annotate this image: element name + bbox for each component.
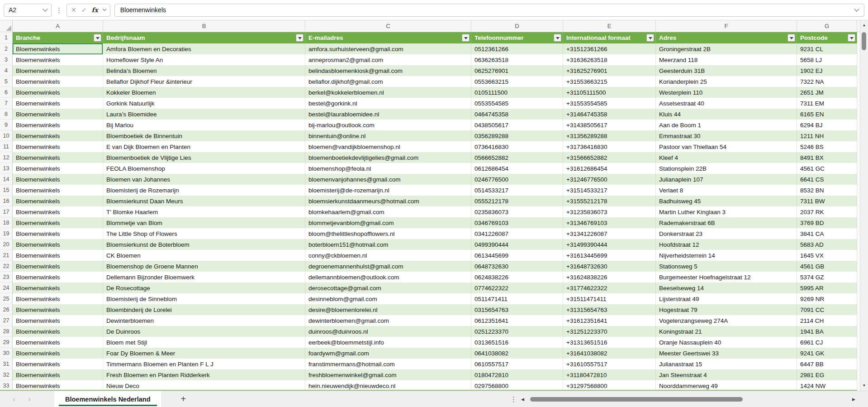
cell[interactable]: 0774622322 (471, 283, 563, 293)
row-number[interactable]: 7 (0, 98, 13, 109)
filter-button-telefoonnummer[interactable] (554, 34, 561, 42)
cell[interactable]: Emmastraat 30 (656, 130, 797, 141)
cell[interactable]: +31341226087 (563, 228, 656, 239)
cell[interactable]: Stationsplein 22B (656, 163, 797, 174)
cell[interactable]: Geesterduin 31B (656, 65, 797, 76)
cell[interactable]: +31105111500 (563, 87, 656, 98)
cell[interactable]: +31641038082 (563, 348, 656, 359)
horizontal-scrollbar-thumb[interactable] (530, 397, 743, 402)
cell[interactable]: Bij Marlou (103, 120, 305, 130)
cell[interactable]: +31566652882 (563, 152, 656, 163)
cell[interactable]: belindasbloemenkiosk@gmail.com (305, 65, 471, 76)
cell[interactable]: 1902 EJ (797, 65, 857, 76)
confirm-icon[interactable]: ✓ (81, 6, 87, 14)
cell[interactable]: +31514533217 (563, 185, 656, 196)
cell[interactable]: Bloemenwinkels (13, 196, 103, 206)
cell[interactable]: bloemisterij@de-rozemarijn.nl (305, 185, 471, 196)
cell[interactable]: 9241 GK (797, 348, 857, 359)
filter-button-bedrijfsnaam[interactable] (296, 34, 304, 42)
formula-input[interactable]: Bloemenwinkels (114, 4, 864, 17)
cell[interactable]: +31511471411 (563, 293, 656, 304)
cell[interactable]: Bellaflor Dijkhof Fleur &interieur (103, 76, 305, 87)
cell[interactable]: Bloemenwinkels (13, 283, 103, 293)
cell[interactable]: 0610557517 (471, 359, 563, 369)
cell[interactable]: Bloemisterij de Sinneblom (103, 293, 305, 304)
filter-button-e-mailadres[interactable] (462, 34, 470, 42)
cell[interactable]: derosecottage@gmail.com (305, 283, 471, 293)
cell[interactable]: amfora.surhuisterveen@gmail.com (305, 43, 471, 54)
cell[interactable]: Laura’s Bloemidee (103, 109, 305, 120)
row-number[interactable]: 12 (0, 152, 13, 163)
cell[interactable]: Jan Steenstraat 4 (656, 369, 797, 380)
cell[interactable]: Pastoor van Thiellaan 54 (656, 141, 797, 152)
cell[interactable]: Lijsterstraat 49 (656, 293, 797, 304)
scroll-right-icon[interactable]: ▶ (852, 397, 855, 402)
cell[interactable]: Homeflower Style An (103, 54, 305, 65)
cell[interactable]: 0235836073 (471, 206, 563, 217)
cell[interactable]: Bloemsierkunst Daan Meurs (103, 196, 305, 206)
cell[interactable]: 5658 LJ (797, 54, 857, 65)
cell[interactable]: boterbloem151@hotmail.com (305, 239, 471, 250)
cell[interactable]: 0341226087 (471, 228, 563, 239)
cell[interactable]: 5374 GZ (797, 272, 857, 283)
cell[interactable]: freshbloemenwinkel@gmail.com (305, 369, 471, 380)
cell[interactable]: +31180472810 (563, 369, 656, 380)
row-number[interactable]: 18 (0, 217, 13, 228)
row-number[interactable]: 31 (0, 359, 13, 369)
cell[interactable]: Vogelenzangseweg 274A (656, 315, 797, 326)
cell[interactable]: De Duinroos (103, 326, 305, 337)
cell[interactable]: 2114 CH (797, 315, 857, 326)
cell[interactable]: Bloemenwinkels (13, 120, 103, 130)
cell[interactable]: +31512361266 (563, 43, 656, 54)
cell[interactable]: Rademakerstraat 6B (656, 217, 797, 228)
header-cell-branche[interactable]: Branche (13, 32, 103, 43)
cell[interactable]: 0356289288 (471, 130, 563, 141)
cell[interactable]: +31235836073 (563, 206, 656, 217)
cell[interactable]: 0251223370 (471, 326, 563, 337)
cell[interactable]: 0511471411 (471, 293, 563, 304)
cell[interactable]: Kleef 4 (656, 152, 797, 163)
cell[interactable]: Hoofdstraat 12 (656, 239, 797, 250)
cell[interactable]: +31610557517 (563, 359, 656, 369)
cell[interactable]: +31346769103 (563, 217, 656, 228)
cell[interactable]: blommetjevanblom@gmail.com (305, 217, 471, 228)
cell[interactable]: Bloemenwinkels (13, 76, 103, 87)
cell[interactable]: Asselsestraat 40 (656, 98, 797, 109)
cell[interactable]: 4561 GC (797, 163, 857, 174)
cell[interactable]: 0514533217 (471, 185, 563, 196)
cell[interactable]: 5995 AR (797, 283, 857, 293)
cell[interactable]: Bloemenwinkels (13, 337, 103, 348)
cell[interactable]: Kokkeler Bloemen (103, 87, 305, 98)
cell[interactable]: 1941 BA (797, 326, 857, 337)
cell[interactable]: Bloemenwinkels (13, 163, 103, 174)
filter-button-postcode[interactable] (848, 34, 855, 42)
cell[interactable]: Gorkink Natuurlijk (103, 98, 305, 109)
row-number[interactable]: 14 (0, 174, 13, 185)
cell[interactable]: Stationsweg 5 (656, 261, 797, 272)
cell[interactable]: 0612351641 (471, 315, 563, 326)
cell[interactable]: +31313651516 (563, 337, 656, 348)
cell[interactable]: +31736416830 (563, 141, 656, 152)
cell[interactable]: Bloemen van Johannes (103, 174, 305, 185)
scroll-down-icon[interactable]: ▼ (863, 384, 866, 388)
cell[interactable]: Timmermans Bloemen en Planten F L J (103, 359, 305, 369)
cell[interactable]: +31636263518 (563, 54, 656, 65)
row-number[interactable]: 11 (0, 141, 13, 152)
row-number[interactable]: 3 (0, 54, 13, 65)
cell[interactable]: Bloemenwinkels (13, 272, 103, 283)
row-number[interactable]: 1 (0, 32, 13, 43)
cell[interactable]: Badhuisweg 45 (656, 196, 797, 206)
column-letter-c[interactable]: C (305, 20, 471, 32)
more-sheets-icon[interactable]: ⋮ (510, 395, 517, 403)
cell[interactable]: 4561 GB (797, 261, 857, 272)
cell[interactable]: Bloemenwinkels (13, 185, 103, 196)
row-number[interactable]: 24 (0, 283, 13, 293)
row-number[interactable]: 27 (0, 315, 13, 326)
header-cell-internationaal-formaat[interactable]: Internationaal formaat (563, 32, 656, 43)
expand-formula-bar-icon[interactable] (854, 6, 859, 11)
cell[interactable]: Koningstraat 21 (656, 326, 797, 337)
column-letter-b[interactable]: B (103, 20, 305, 32)
cell[interactable]: Hogestraat 79 (656, 304, 797, 315)
cell[interactable]: 0512361266 (471, 43, 563, 54)
cell[interactable]: desinneblom@gmail.com (305, 293, 471, 304)
